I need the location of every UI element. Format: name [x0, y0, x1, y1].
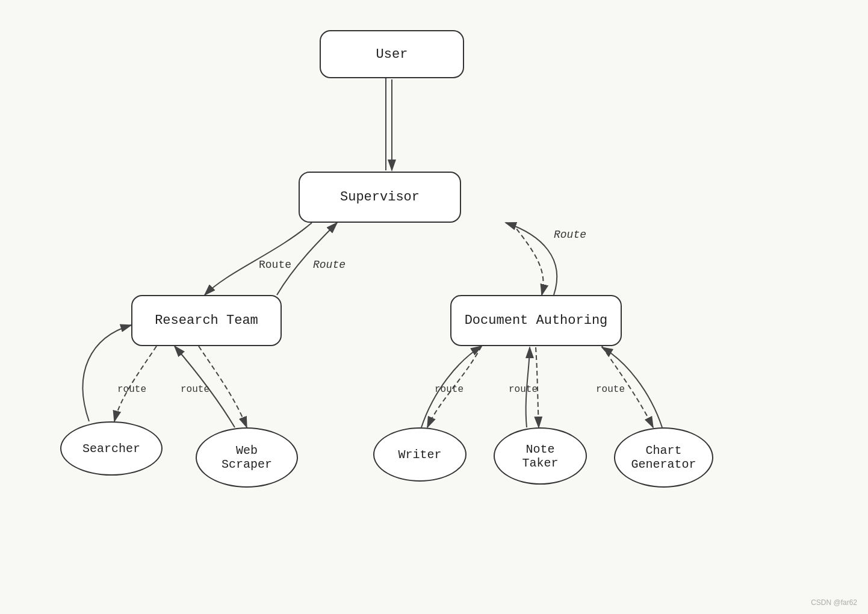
route-label-notetaker: route: [509, 384, 538, 395]
node-note-taker: Note Taker: [494, 427, 587, 485]
node-document-authoring: Document Authoring: [450, 295, 622, 346]
route-label-supervisor-doc: Route: [554, 229, 586, 241]
node-research-team: Research Team: [131, 295, 282, 346]
route-label-1: Route: [259, 259, 291, 271]
route-label-webscraper: route: [181, 384, 209, 395]
watermark: CSDN @far62: [811, 598, 857, 607]
route-label-searcher: route: [117, 384, 146, 395]
node-web-scraper: Web Scraper: [196, 427, 298, 488]
route-label-supervisor-research: Route: [313, 259, 346, 271]
route-label-writer: route: [435, 384, 463, 395]
route-label-chartgen: route: [596, 384, 625, 395]
node-chart-generator: Chart Generator: [614, 427, 713, 488]
node-writer: Writer: [373, 427, 467, 482]
arrows-svg: [0, 0, 868, 614]
diagram-container: Route User Supervisor Research Team Docu…: [0, 0, 868, 614]
node-supervisor: Supervisor: [299, 172, 461, 223]
node-user: User: [320, 30, 464, 78]
node-searcher: Searcher: [60, 421, 163, 476]
